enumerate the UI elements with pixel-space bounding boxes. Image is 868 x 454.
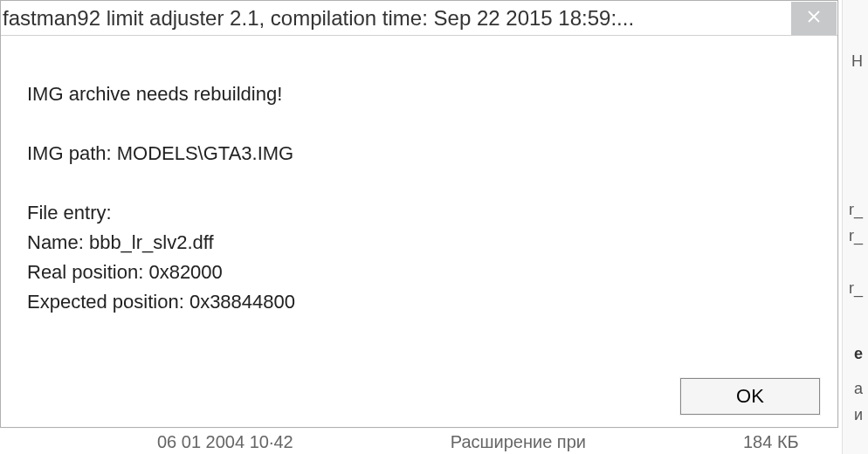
msg-entry-header: File entry:	[27, 198, 811, 228]
msg-expected-pos: Expected position: 0x38844800	[27, 287, 811, 317]
bg-char: r_	[849, 201, 863, 219]
close-button[interactable]	[791, 2, 837, 35]
bg-size: 184 КБ	[743, 432, 799, 452]
bg-char: r_	[849, 279, 863, 298]
message-dialog: fastman92 limit adjuster 2.1, compilatio…	[0, 0, 838, 428]
message-content: IMG archive needs rebuilding! IMG path: …	[1, 36, 837, 335]
bg-text: Расширение при	[451, 432, 586, 452]
msg-name: Name: bbb_lr_slv2.dff	[27, 228, 811, 258]
window-title: fastman92 limit adjuster 2.1, compilatio…	[3, 6, 791, 31]
msg-path: IMG path: MODELS\GTA3.IMG	[27, 139, 811, 169]
bg-char: e	[854, 345, 863, 363]
bg-char: а	[854, 380, 863, 398]
bg-char: r_	[849, 227, 863, 245]
background-bottom-row: 06 01 2004 10·42 Расширение при 184 КБ	[0, 432, 868, 452]
msg-heading: IMG archive needs rebuilding!	[27, 79, 811, 109]
bg-char: Н	[851, 52, 863, 71]
close-icon	[808, 10, 820, 26]
bg-char: и	[854, 406, 863, 424]
ok-button[interactable]: OK	[680, 378, 820, 415]
button-bar: OK	[680, 378, 820, 415]
titlebar[interactable]: fastman92 limit adjuster 2.1, compilatio…	[1, 1, 837, 36]
background-right-strip: Н r_ r_ r_ e а и	[842, 0, 868, 454]
bg-date: 06 01 2004 10·42	[157, 432, 293, 452]
msg-real-pos: Real position: 0x82000	[27, 258, 811, 287]
